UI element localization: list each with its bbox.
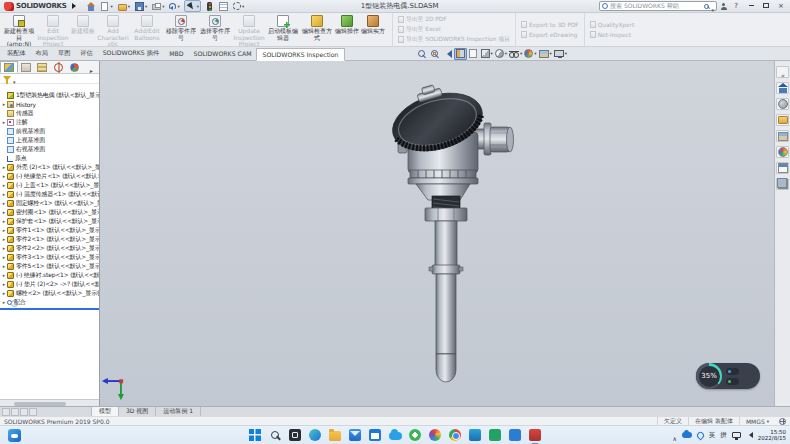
file-properties-icon[interactable] (218, 0, 229, 12)
volume-icon[interactable] (746, 432, 753, 438)
tree-item[interactable]: History (0, 100, 99, 109)
ime-mode-indicator[interactable]: 拼 (720, 431, 727, 440)
file-explorer-icon[interactable] (329, 429, 342, 442)
add-characteristic-button[interactable]: Add Characteristic (96, 13, 130, 46)
tree-item[interactable]: 零件1<1> (默认<<默认>_显示状态 (0, 226, 99, 235)
scrollbar-thumb[interactable] (14, 402, 66, 406)
restore-button[interactable] (760, 0, 772, 13)
filter-funnel-icon[interactable] (3, 76, 11, 81)
select-balloons-button[interactable]: 选择零件序号 (198, 13, 232, 46)
tray-overflow-chevron-icon[interactable] (672, 426, 676, 444)
taskpane-collapse-button[interactable] (776, 66, 789, 78)
tab-scroll-prev-button[interactable] (11, 408, 19, 416)
taskpane-forum-tab[interactable] (776, 178, 789, 190)
options-icon[interactable] (232, 0, 245, 12)
tree-item[interactable]: 右视基准面 (0, 145, 99, 154)
tree-item[interactable]: 保护套<1> (默认<<默认>_显示状 (0, 217, 99, 226)
tree-item[interactable]: 传感器 (0, 109, 99, 118)
taskpane-appearances-tab[interactable] (776, 146, 789, 158)
apply-scene-button[interactable] (538, 48, 553, 60)
doc-tab-model[interactable]: 模型 (91, 407, 119, 416)
edit-operation-button[interactable]: 编辑操作 (334, 13, 360, 46)
app-blue-w-icon[interactable] (509, 429, 522, 442)
export-3d-pdf-button[interactable]: Export to 3D PDF (521, 20, 579, 29)
location-icon[interactable] (695, 430, 705, 440)
close-button[interactable]: × (775, 0, 787, 13)
zoom-fit-button[interactable] (415, 48, 428, 60)
tree-item[interactable]: 零件3<1> (默认<<默认>_显示状 (0, 253, 99, 262)
print-icon[interactable] (151, 0, 165, 12)
search-caret-icon[interactable] (711, 0, 714, 16)
select-icon[interactable] (184, 0, 201, 12)
edit-appearance-button[interactable] (523, 48, 537, 60)
view-settings-button[interactable] (553, 48, 568, 60)
tree-item[interactable]: (-) 绝缘衬.step<1> (默认<<默认>_ (0, 271, 99, 280)
open-icon[interactable] (117, 0, 131, 12)
hide-show-items-button[interactable] (508, 48, 523, 60)
color-wheel-app-icon[interactable] (429, 429, 442, 442)
tree-item-mates[interactable]: 配合 (0, 298, 99, 307)
display-style-button[interactable] (494, 48, 508, 60)
update-inspection-project-button[interactable]: Update Inspection Project (232, 13, 266, 46)
solidworks-taskbar-icon[interactable] (529, 429, 542, 442)
export-excel-button[interactable]: 导出至 Excel (398, 25, 510, 34)
network-icon[interactable] (732, 432, 741, 438)
view-orientation-button[interactable] (480, 48, 494, 60)
minimize-button[interactable] (745, 0, 757, 13)
export-sw-inspection-project-button[interactable]: 导出至 SOLIDWORKS Inspection 项目 (398, 35, 510, 44)
qualityxpert-button[interactable]: QualityXpert (590, 20, 635, 29)
zoom-indicator-widget[interactable]: 35% (696, 363, 760, 389)
tab-addins[interactable]: SOLIDWORKS 插件 (98, 47, 164, 60)
tab-evaluate[interactable]: 评估 (75, 47, 97, 60)
start-button[interactable] (249, 429, 262, 442)
taskpane-custom-properties-tab[interactable] (776, 162, 789, 174)
globe-status-icon[interactable] (779, 418, 786, 425)
tree-item[interactable]: 螺栓<2> (默认<<默认>_显示状态 (0, 289, 99, 298)
doc-tab-3d-views[interactable]: 3D 视图 (119, 407, 156, 416)
tree-item[interactable]: 原点 (0, 154, 99, 163)
edit-vendor-button[interactable]: 编辑实方 (360, 13, 386, 46)
edit-inspection-project-button[interactable]: Edit Inspection Project (36, 13, 70, 46)
tab-scroll-last-button[interactable] (29, 408, 37, 416)
export-2d-pdf-button[interactable]: 导出至 2D PDF (398, 15, 510, 24)
edge-icon[interactable] (309, 429, 322, 442)
app-green-s-icon[interactable] (489, 429, 502, 442)
taskbar-clock[interactable]: 15:50 2022/8/15 (758, 429, 786, 442)
configurationmanager-tab[interactable] (34, 61, 50, 73)
app-green-icon[interactable] (409, 429, 422, 442)
tab-solidworks-inspection[interactable]: SOLIDWORKS Inspection (256, 48, 344, 61)
help-button[interactable]: ? (730, 0, 742, 13)
zoom-area-button[interactable] (428, 48, 441, 60)
add-edit-balloons-button[interactable]: Add/Edit Balloons (130, 13, 164, 46)
tree-item[interactable]: 零件5<1> (默认<<默认>_显示状 (0, 262, 99, 271)
propertymanager-tab[interactable] (18, 61, 34, 73)
tree-item[interactable]: 前视基准面 (0, 127, 99, 136)
tree-item[interactable]: 注解 (0, 118, 99, 127)
ime-language-indicator[interactable]: 英 (709, 431, 716, 440)
taskpane-view-palette-tab[interactable] (776, 130, 789, 142)
tree-item[interactable]: 密封圈<1> (默认<<默认>_显示状 (0, 208, 99, 217)
tree-item[interactable]: (-) 上盖<1> (默认<<默认>_显示状 (0, 181, 99, 190)
doc-tab-motion-study-1[interactable]: 运动算例 1 (156, 407, 201, 416)
tab-layout[interactable]: 布局 (31, 47, 53, 60)
app-blue-book-icon[interactable] (469, 429, 482, 442)
search-taskbar-icon[interactable] (269, 429, 282, 442)
section-view-button[interactable] (454, 48, 467, 60)
tab-mbd[interactable]: MBD (164, 47, 188, 60)
displaymanager-tab[interactable] (67, 61, 83, 73)
units-selector[interactable]: MMGS (739, 417, 775, 425)
home-icon[interactable] (85, 0, 96, 12)
chrome-icon[interactable] (449, 429, 462, 442)
export-edrawing-button[interactable]: Export eDrawing (521, 30, 579, 39)
rollback-bar[interactable] (0, 308, 99, 310)
new-document-icon[interactable] (99, 0, 113, 12)
edit-inspection-method-button[interactable]: 编辑检查方式 (300, 13, 334, 46)
tree-root-assembly[interactable]: 1型铠装热电偶 (默认<默认_显示状态-1 (0, 91, 99, 100)
dimxpertmanager-tab[interactable] (51, 61, 67, 73)
model-thermocouple[interactable] (388, 82, 518, 387)
tab-scroll-next-button[interactable] (20, 408, 28, 416)
task-view-icon[interactable] (289, 429, 302, 442)
search-icon[interactable] (704, 4, 709, 9)
taskpane-design-library-tab[interactable] (776, 98, 789, 110)
user-account-icon[interactable] (720, 3, 727, 10)
